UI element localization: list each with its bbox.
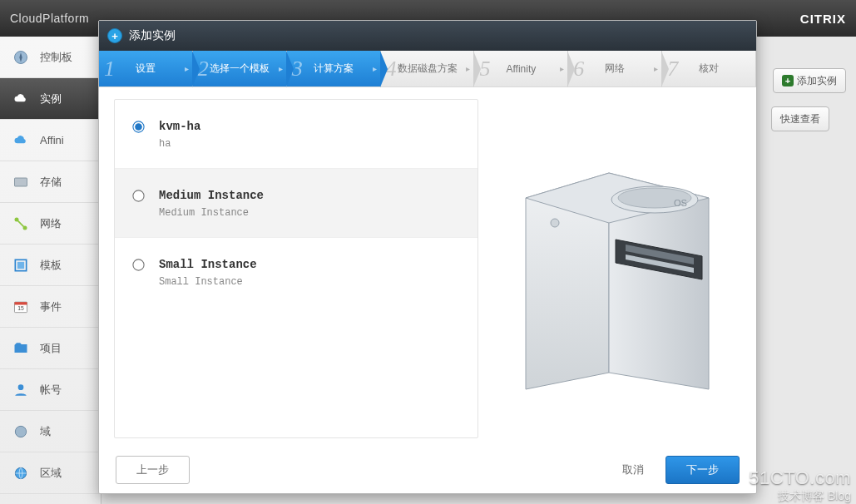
quick-view-label: 快速查看 xyxy=(780,112,820,126)
step-label: 数据磁盘方案 xyxy=(398,62,458,76)
chevron-right-icon: ▸ xyxy=(466,64,470,73)
template-icon xyxy=(10,256,32,274)
svg-text:OS: OS xyxy=(674,198,687,208)
quick-view-button[interactable]: 快速查看 xyxy=(771,106,829,131)
folder-icon xyxy=(10,339,32,358)
step-affinity[interactable]: 5 Affinity ▸ xyxy=(474,51,568,86)
sidebar-item-label: 实例 xyxy=(40,91,62,106)
option-title: Small Instance xyxy=(159,258,257,271)
step-compute[interactable]: 3 计算方案 ▸ xyxy=(287,51,381,86)
sidebar-item-label: 网络 xyxy=(40,216,62,231)
step-template[interactable]: 2 选择一个模板 ▸ xyxy=(193,51,287,86)
svg-text:15: 15 xyxy=(17,305,24,311)
server-tower-icon: OS xyxy=(509,140,725,398)
compass-icon xyxy=(10,48,32,67)
wizard-steps: 1 设置 ▸ 2 选择一个模板 ▸ 3 计算方案 ▸ 4 数据磁盘方案 ▸ 5 … xyxy=(99,51,756,87)
cloud-icon xyxy=(10,90,32,108)
globe-icon xyxy=(10,464,32,482)
svg-line-5 xyxy=(18,220,24,226)
step-label: 选择一个模板 xyxy=(210,62,270,76)
sidebar-item-label: 区域 xyxy=(40,466,62,481)
sidebar-item-label: 帐号 xyxy=(40,383,62,398)
server-illustration: OS xyxy=(493,99,741,438)
step-network[interactable]: 6 网络 ▸ xyxy=(568,51,662,86)
sidebar-item-affinity[interactable]: Affini xyxy=(0,120,101,161)
compute-options: kvm-ha ha Medium Instance Medium Instanc… xyxy=(114,99,478,438)
sidebar-item-dashboard[interactable]: 控制板 xyxy=(0,37,101,78)
chevron-right-icon: ▸ xyxy=(373,64,377,73)
user-icon xyxy=(10,381,32,399)
modal-header: + 添加实例 xyxy=(99,21,756,51)
svg-point-11 xyxy=(18,384,24,390)
disk-icon xyxy=(10,173,32,191)
watermark: 51CTO.com 技术博客 Blog xyxy=(749,467,851,504)
option-medium-instance[interactable]: Medium Instance Medium Instance xyxy=(115,169,477,238)
sidebar-item-storage[interactable]: 存储 xyxy=(0,161,101,203)
chevron-right-icon: ▸ xyxy=(185,64,189,73)
network-icon xyxy=(10,215,32,233)
add-instance-button[interactable]: + 添加实例 xyxy=(773,68,846,93)
add-instance-modal: + 添加实例 1 设置 ▸ 2 选择一个模板 ▸ 3 计算方案 ▸ 4 数据磁盘… xyxy=(98,20,757,494)
sidebar-item-label: 域 xyxy=(40,424,51,439)
sidebar-item-domains[interactable]: 域 xyxy=(0,411,101,452)
option-radio[interactable] xyxy=(132,259,144,270)
sidebar-item-events[interactable]: 15 事件 xyxy=(0,286,101,328)
svg-point-23 xyxy=(551,219,559,227)
next-button[interactable]: 下一步 xyxy=(666,456,740,484)
sidebar-item-label: 项目 xyxy=(40,341,62,356)
add-instance-label: 添加实例 xyxy=(797,74,837,88)
sidebar-item-label: 存储 xyxy=(40,175,62,190)
chevron-right-icon: ▸ xyxy=(560,64,564,73)
modal-footer: 上一步 取消 下一步 xyxy=(99,447,756,493)
option-radio[interactable] xyxy=(132,190,144,201)
sidebar-item-projects[interactable]: 项目 xyxy=(0,328,101,369)
plus-icon: + xyxy=(782,75,794,86)
step-setup[interactable]: 1 设置 ▸ xyxy=(99,51,193,86)
brand-label: CloudPlatform xyxy=(10,12,89,25)
sidebar-item-network[interactable]: 网络 xyxy=(0,203,101,245)
sidebar-item-label: 模板 xyxy=(40,258,62,273)
chevron-right-icon: ▸ xyxy=(654,64,658,73)
sidebar-item-label: 控制板 xyxy=(40,50,72,65)
svg-point-12 xyxy=(15,426,26,437)
plus-circle-icon: + xyxy=(107,28,122,43)
svg-rect-2 xyxy=(15,178,27,186)
svg-rect-7 xyxy=(17,261,24,268)
sidebar-item-instances[interactable]: 实例 xyxy=(0,78,101,120)
step-label: 网络 xyxy=(605,62,625,76)
watermark-line2: 技术博客 Blog xyxy=(749,489,851,504)
cancel-link[interactable]: 取消 xyxy=(622,462,644,477)
calendar-icon: 15 xyxy=(10,298,32,316)
cloud-up-icon xyxy=(10,131,32,150)
step-label: 计算方案 xyxy=(314,62,354,76)
option-small-instance[interactable]: Small Instance Small Instance xyxy=(115,238,477,306)
option-radio[interactable] xyxy=(132,121,144,132)
option-title: Medium Instance xyxy=(159,189,264,202)
modal-title: 添加实例 xyxy=(129,28,176,43)
option-sub: Medium Instance xyxy=(159,207,264,219)
step-label: 设置 xyxy=(136,62,156,76)
option-sub: ha xyxy=(159,138,200,150)
step-label: Affinity xyxy=(506,63,536,75)
sidebar: 控制板 实例 Affini 存储 网络 模板 15 事件 xyxy=(0,37,101,504)
sidebar-item-label: Affini xyxy=(40,134,64,146)
svg-rect-9 xyxy=(15,302,27,304)
vendor-label: CITRIX xyxy=(800,12,846,26)
domain-icon xyxy=(10,422,32,441)
step-data-disk[interactable]: 4 数据磁盘方案 ▸ xyxy=(381,51,475,86)
sidebar-item-templates[interactable]: 模板 xyxy=(0,245,101,286)
sidebar-item-zones[interactable]: 区域 xyxy=(0,452,101,494)
option-kvm-ha[interactable]: kvm-ha ha xyxy=(115,100,477,169)
step-label: 核对 xyxy=(699,62,719,76)
option-title: kvm-ha xyxy=(159,120,200,133)
sidebar-item-accounts[interactable]: 帐号 xyxy=(0,369,101,411)
sidebar-item-label: 事件 xyxy=(40,299,62,314)
option-sub: Small Instance xyxy=(159,276,257,288)
watermark-line1: 51CTO.com xyxy=(749,467,851,489)
prev-button[interactable]: 上一步 xyxy=(116,456,190,484)
step-review[interactable]: 7 核对 xyxy=(662,51,756,86)
chevron-right-icon: ▸ xyxy=(279,64,283,73)
